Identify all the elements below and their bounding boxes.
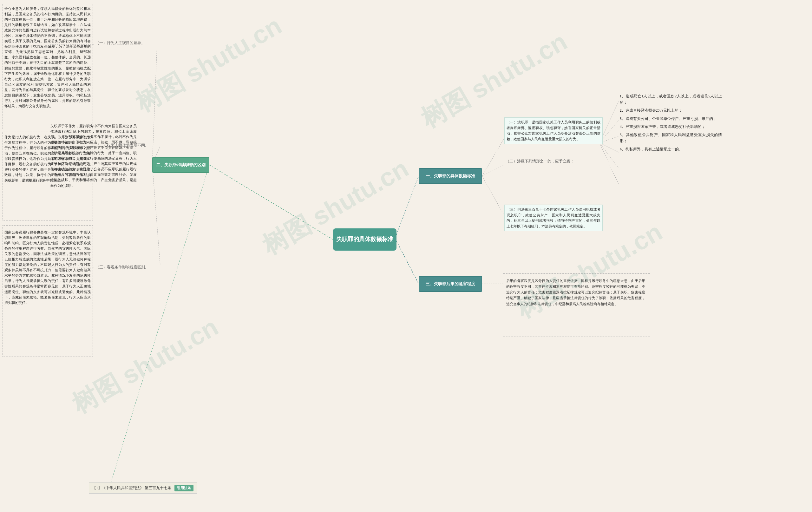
citation-tag[interactable]: 引用法条 bbox=[174, 485, 194, 491]
right-sub-1: （一）渎职罪，是指国家机关工作人员利用职务上的便利或者徇私舞弊、滥用职权、玩忽职… bbox=[504, 117, 603, 144]
svg-line-1 bbox=[152, 46, 157, 165]
sub-label-1: （一）行为人主观目的差异。 bbox=[94, 40, 146, 46]
svg-line-10 bbox=[482, 165, 504, 176]
canvas: 树图 shutu.cn 树图 shutu.cn 树图 shutu.cn 树图 s… bbox=[0, 0, 812, 512]
citation-box: 【1】《中华人民共和国刑法》 第三百九十七条 引用法条 bbox=[89, 482, 197, 493]
left-bottom-text: 国家公务员履行职务也是在一定的客观环境中。丰富认识世界，改造世界的客观能动活动，… bbox=[3, 228, 92, 355]
central-node: 失职罪的具体数额标准 bbox=[333, 228, 397, 251]
right-sub-2-label: （二）涉嫌下列情形之一的，应予立案： bbox=[504, 158, 575, 165]
connector-lines bbox=[0, 0, 812, 512]
svg-line-7 bbox=[397, 176, 419, 235]
left-sublabel-text: 失职源于不作为，履行职务中不作为为损害国家公务员依法履行法定赋予的职力，在其岗位… bbox=[49, 122, 138, 198]
svg-line-11 bbox=[482, 176, 504, 216]
svg-line-19 bbox=[111, 165, 209, 482]
sub-label-3: （三）客观条件影响程度区别。 bbox=[94, 264, 150, 271]
svg-line-9 bbox=[482, 138, 504, 176]
citation-text: 【1】《中华人民共和国刑法》 第三百九十七条 bbox=[92, 485, 171, 491]
svg-line-8 bbox=[397, 241, 419, 284]
branch-right-standard: 一、失职罪的具体数额标准 bbox=[419, 168, 482, 184]
branch-right-harm: 三、失职罪后果的危害程度 bbox=[419, 276, 482, 292]
numbered-items: 1、造成死亡1人以上，或者重伤2人以上，或者轻伤5人以上的； 2、造成直接经济损… bbox=[618, 92, 723, 153]
watermark-1: 树图 shutu.cn bbox=[129, 9, 288, 120]
svg-line-0 bbox=[209, 165, 333, 239]
right-harm-text: 后果的危害程度是区分行为人责任的重要依据。同样是履行职务中的疏忽大意，由于后果的… bbox=[504, 276, 647, 309]
sub-label-2: （二）行为人的作为表现不同。 bbox=[94, 142, 150, 149]
svg-line-3 bbox=[152, 165, 160, 265]
left-top-text: 全心全意为人民服务，谋求人民群众的长远利益和根本利益，是国家公务员的根本行为目的… bbox=[3, 5, 92, 127]
right-sub-3: （三）刑法第三百九十七条国家机关工作人员滥用职权或者玩忽职守，致使公共财产、国家… bbox=[504, 205, 603, 231]
branch-left-distinction: 二、失职罪和渎职罪的区别 bbox=[152, 157, 209, 173]
